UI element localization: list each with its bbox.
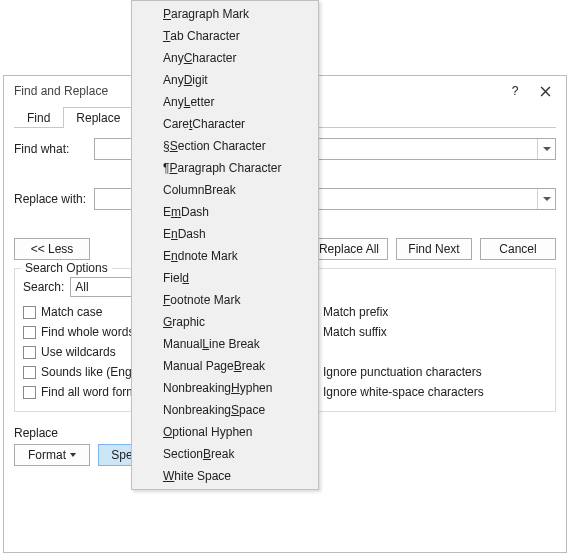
help-icon: ? [512, 84, 519, 98]
close-button[interactable] [530, 79, 560, 103]
ignore-punct-checkbox[interactable]: Ignore punctuation characters [305, 363, 547, 381]
checkbox-icon [23, 306, 36, 319]
special-menu-item[interactable]: Tab Character [133, 25, 317, 47]
special-menu-item[interactable]: Manual Page Break [133, 355, 317, 377]
close-icon [540, 86, 551, 97]
special-menu: Paragraph MarkTab CharacterAny Character… [131, 0, 319, 490]
checkbox-icon [23, 346, 36, 359]
special-menu-item[interactable]: Paragraph Mark [133, 3, 317, 25]
checkbox-icon [23, 326, 36, 339]
special-menu-item[interactable]: Nonbreaking Space [133, 399, 317, 421]
special-menu-item[interactable]: En Dash [133, 223, 317, 245]
help-button[interactable]: ? [500, 79, 530, 103]
match-prefix-checkbox[interactable]: Match prefix [305, 303, 547, 321]
special-menu-item[interactable]: Graphic [133, 311, 317, 333]
search-options-legend: Search Options [21, 261, 112, 275]
tab-replace[interactable]: Replace [63, 107, 133, 128]
special-menu-item[interactable]: Field [133, 267, 317, 289]
match-suffix-checkbox[interactable]: Match suffix [305, 323, 547, 341]
chevron-down-icon[interactable] [537, 189, 555, 209]
search-direction-label: Search: [23, 280, 64, 294]
replace-with-label: Replace with: [14, 192, 94, 206]
special-menu-item[interactable]: White Space [133, 465, 317, 487]
special-menu-item[interactable]: Manual Line Break [133, 333, 317, 355]
special-menu-item[interactable]: Caret Character [133, 113, 317, 135]
special-menu-item[interactable]: § Section Character [133, 135, 317, 157]
checkbox-icon [23, 386, 36, 399]
ignore-ws-checkbox[interactable]: Ignore white-space characters [305, 383, 547, 401]
special-menu-item[interactable]: Column Break [133, 179, 317, 201]
special-menu-item[interactable]: Optional Hyphen [133, 421, 317, 443]
replace-all-button[interactable]: Replace All [310, 238, 388, 260]
find-what-label: Find what: [14, 142, 94, 156]
special-menu-item[interactable]: Em Dash [133, 201, 317, 223]
special-menu-item[interactable]: Nonbreaking Hyphen [133, 377, 317, 399]
special-menu-item[interactable]: Any Digit [133, 69, 317, 91]
special-menu-item[interactable]: Section Break [133, 443, 317, 465]
special-menu-item[interactable]: Endnote Mark [133, 245, 317, 267]
special-menu-item[interactable]: ¶ Paragraph Character [133, 157, 317, 179]
find-next-button[interactable]: Find Next [396, 238, 472, 260]
cancel-button[interactable]: Cancel [480, 238, 556, 260]
chevron-down-icon[interactable] [537, 139, 555, 159]
less-button[interactable]: << Less [14, 238, 90, 260]
search-direction-select[interactable]: All [70, 277, 140, 297]
format-button[interactable]: Format [14, 444, 90, 466]
special-menu-item[interactable]: Footnote Mark [133, 289, 317, 311]
chevron-down-icon [70, 453, 76, 457]
tab-find[interactable]: Find [14, 107, 63, 128]
checkbox-icon [23, 366, 36, 379]
special-menu-item[interactable]: Any Letter [133, 91, 317, 113]
special-menu-item[interactable]: Any Character [133, 47, 317, 69]
